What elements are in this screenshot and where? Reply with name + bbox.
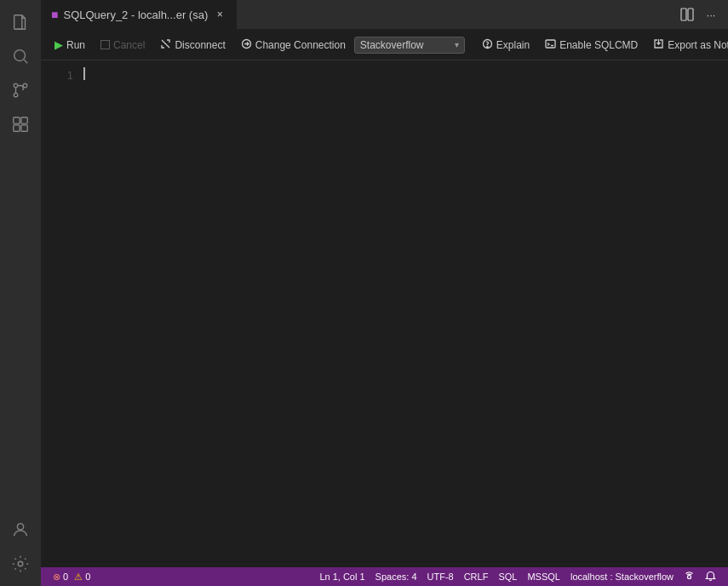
change-connection-button[interactable]: Change Connection [234,36,353,55]
disconnect-icon [160,38,171,52]
cursor-line [83,67,728,80]
warning-icon: ⚠ [74,572,83,583]
disconnect-label: Disconnect [175,39,225,51]
connection-name: Stackoverflow [360,39,424,51]
connection-dropdown[interactable]: Stackoverflow ▾ [354,37,465,54]
server-text: localhost : Stackoverflow [570,572,674,582]
svg-point-10 [17,524,23,530]
settings-icon[interactable] [5,549,36,579]
svg-rect-8 [14,125,20,131]
editor-area: 1 [41,60,728,567]
notification-button[interactable] [700,567,721,586]
svg-line-2 [24,60,27,63]
export-notebook-button[interactable]: Export as Notebook [646,36,728,55]
editor-tab[interactable]: ■ SQLQuery_2 - localh...er (sa) × [41,0,238,30]
search-activity-icon[interactable] [5,41,36,72]
sqlcmd-icon [545,38,556,52]
files-icon[interactable] [5,7,36,37]
status-bar: ⊗ 0 ⚠ 0 Ln 1, Col 1 Spaces: 4 UTF-8 CRLF… [41,567,728,586]
cancel-icon [100,40,110,49]
tab-label: SQLQuery_2 - localh...er (sa) [63,9,208,21]
line-ending-text: CRLF [464,572,489,582]
tab-close-button[interactable]: × [213,8,226,21]
source-control-icon[interactable] [5,75,36,106]
svg-rect-0 [14,15,22,30]
disconnect-button[interactable]: Disconnect [153,36,232,55]
run-label: Run [66,39,85,51]
activity-bar-bottom [5,514,36,586]
svg-point-4 [23,83,27,88]
split-editor-button[interactable] [677,4,697,25]
run-icon: ▶ [54,38,63,51]
explain-button[interactable]: Explain [475,36,536,55]
tab-sql-icon: ■ [51,8,58,21]
svg-point-11 [18,561,23,566]
cancel-button[interactable]: Cancel [94,37,152,54]
position-text: Ln 1, Col 1 [319,572,364,582]
enable-sqlcmd-label: Enable SQLCMD [559,39,638,51]
export-notebook-label: Export as Notebook [668,39,728,51]
account-icon[interactable] [5,514,36,545]
text-cursor [83,67,85,80]
spaces-status[interactable]: Spaces: 4 [370,567,422,586]
run-button[interactable]: ▶ Run [48,36,92,54]
encoding-text: UTF-8 [427,572,454,582]
svg-point-16 [487,46,488,47]
extensions-icon[interactable] [5,109,36,140]
language-text: SQL [498,572,517,582]
export-icon [653,38,664,52]
dialect-status[interactable]: MSSQL [522,567,565,586]
svg-point-5 [14,93,18,97]
editor-content[interactable] [83,60,728,567]
explain-icon [482,38,493,52]
line-ending-status[interactable]: CRLF [459,567,494,586]
error-status[interactable]: ⊗ 0 ⚠ 0 [48,567,95,586]
enable-sqlcmd-button[interactable]: Enable SQLCMD [538,36,645,55]
broadcast-icon [684,571,695,583]
svg-rect-17 [546,40,555,48]
tab-bar: ■ SQLQuery_2 - localh...er (sa) × ··· [41,0,728,30]
change-connection-icon [241,38,252,52]
line-numbers: 1 [41,60,83,567]
dropdown-arrow-icon: ▾ [455,40,459,49]
tab-bar-actions: ··· [677,4,728,25]
svg-point-18 [688,575,691,578]
line-number-1: 1 [41,67,73,83]
svg-rect-6 [14,118,20,124]
broadcast-button[interactable] [679,567,700,586]
svg-rect-7 [21,118,27,124]
svg-point-1 [14,50,26,61]
language-status[interactable]: SQL [493,567,522,586]
explain-label: Explain [496,39,530,51]
error-icon: ⊗ [53,572,60,583]
activity-bar [0,0,41,586]
svg-point-3 [14,83,18,88]
spaces-text: Spaces: 4 [375,572,417,582]
cancel-label: Cancel [113,39,145,51]
main-content: ■ SQLQuery_2 - localh...er (sa) × ··· ▶ … [41,0,728,586]
dialect-text: MSSQL [527,572,560,582]
encoding-status[interactable]: UTF-8 [422,567,459,586]
toolbar: ▶ Run Cancel Disconnect Cha [41,30,728,60]
warning-count: 0 [85,572,90,582]
change-connection-label: Change Connection [255,39,346,51]
notification-icon [705,571,716,583]
server-status[interactable]: localhost : Stackoverflow [565,567,679,586]
svg-rect-12 [681,9,686,20]
cursor-position[interactable]: Ln 1, Col 1 [314,567,370,586]
svg-rect-13 [688,9,693,20]
more-actions-button[interactable]: ··· [701,4,721,25]
error-count: 0 [63,572,68,582]
svg-rect-9 [21,125,27,131]
